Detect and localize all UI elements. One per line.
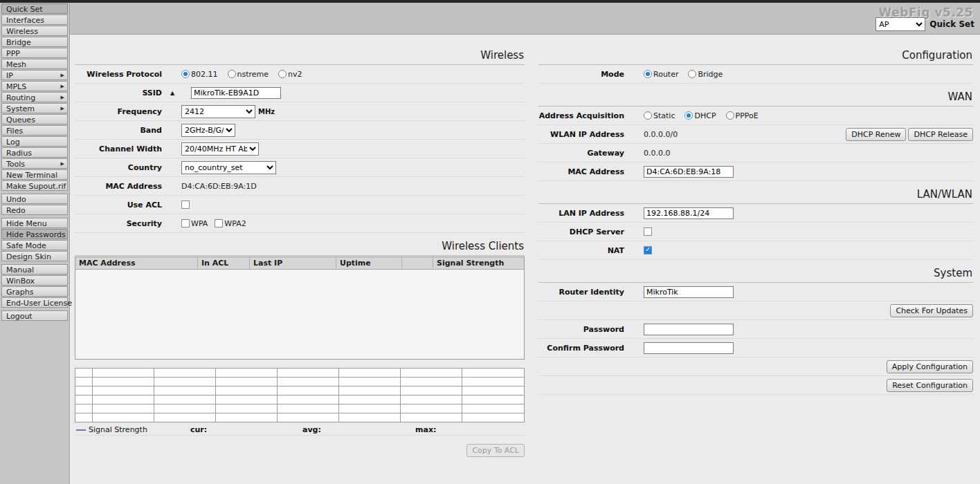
dhcp-renew-button[interactable]: DHCP Renew: [846, 128, 906, 141]
radio-option-bridge[interactable]: Bridge: [688, 70, 723, 79]
radio-option-80211[interactable]: 802.11: [181, 70, 218, 79]
sidebar-item-routing[interactable]: Routing▶: [1, 92, 68, 102]
checkbox-icon: [215, 219, 223, 227]
sidebar-item-tools[interactable]: Tools▶: [1, 158, 68, 169]
confirm-password-row: Confirm Password: [538, 339, 973, 357]
ssid-label: SSID: [75, 89, 162, 97]
section-title-system: System: [538, 260, 973, 283]
radio-option-nstreme[interactable]: nstreme: [228, 70, 269, 79]
sidebar-item-label: IP: [6, 71, 13, 80]
band-row: Band 2GHz-B/G/N: [75, 121, 525, 140]
sidebar-item-end-user-license[interactable]: End-User License: [1, 297, 68, 308]
quickset-mode-select[interactable]: AP: [875, 17, 925, 31]
sidebar-item-logout[interactable]: Logout: [1, 310, 68, 321]
sidebar-item-undo[interactable]: Undo: [1, 194, 68, 204]
clients-column-header: In ACL: [198, 257, 250, 269]
radio-icon: [644, 70, 652, 78]
channel-width-select[interactable]: 20/40MHz HT Above: [181, 142, 259, 156]
frequency-select[interactable]: 2412: [181, 105, 255, 118]
frequency-row: Frequency 2412 MHz: [75, 102, 525, 121]
sidebar-item-log[interactable]: Log: [1, 136, 68, 147]
sidebar-item-new-terminal[interactable]: New Terminal: [1, 169, 68, 180]
sidebar-item-radius[interactable]: Radius: [1, 147, 68, 158]
sidebar-item-label: Make Supout.rif: [6, 182, 66, 191]
sidebar-item-redo[interactable]: Redo: [1, 205, 68, 215]
sidebar-item-interfaces[interactable]: Interfaces: [1, 15, 68, 25]
sidebar-item-queues[interactable]: Queues: [1, 114, 68, 124]
sidebar-item-bridge[interactable]: Bridge: [1, 37, 68, 47]
checkbox-option-label: WPA2: [224, 219, 246, 228]
header: WebFig v5.25 AP Quick Set: [70, 3, 980, 35]
router-identity-input[interactable]: [644, 286, 734, 298]
confirm-password-input[interactable]: [644, 342, 734, 354]
chart-legend: Signal Strength cur: avg: max:: [75, 424, 525, 436]
radio-icon: [688, 70, 696, 78]
wpa-checkbox-option[interactable]: WPA: [181, 219, 208, 228]
nat-checkbox[interactable]: [644, 246, 652, 254]
check-for-updates-button[interactable]: Check For Updates: [890, 304, 973, 317]
sidebar-item-files[interactable]: Files: [1, 125, 68, 136]
wireless-protocol-label: Wireless Protocol: [75, 70, 162, 79]
reset-configuration-button[interactable]: Reset Configuration: [887, 379, 973, 392]
sidebar-item-label: Manual: [6, 266, 34, 274]
use-acl-checkbox[interactable]: [181, 201, 190, 209]
gateway-label: Gateway: [538, 149, 624, 158]
radio-option-static[interactable]: Static: [644, 111, 675, 120]
sidebar-item-label: Hide Menu: [6, 219, 47, 228]
sidebar-item-winbox[interactable]: WinBox: [1, 275, 68, 286]
radio-option-nv2[interactable]: nv2: [278, 70, 302, 79]
wireless-mac-value: D4:CA:6D:EB:9A:1D: [181, 182, 257, 191]
sidebar-item-system[interactable]: System▶: [1, 103, 68, 113]
sidebar-item-mesh[interactable]: Mesh: [1, 59, 68, 69]
wan-mac-input[interactable]: [644, 166, 734, 178]
lan-ip-input[interactable]: [644, 207, 734, 219]
radio-option-pppoe[interactable]: PPPoE: [726, 111, 759, 120]
apply-configuration-button[interactable]: Apply Configuration: [887, 360, 973, 373]
collapse-arrow-icon[interactable]: ▲: [170, 90, 181, 96]
sidebar-item-design-skin[interactable]: Design Skin: [1, 251, 68, 261]
ssid-input[interactable]: [191, 87, 281, 99]
sidebar-item-hide-passwords[interactable]: Hide Passwords: [1, 229, 68, 239]
dhcp-server-checkbox[interactable]: [644, 227, 652, 236]
sidebar-item-make-supout-rif[interactable]: Make Supout.rif: [1, 180, 68, 191]
signal-strength-chart: Signal Strength cur: avg: max: Copy To A…: [75, 368, 525, 457]
clients-column-header: Last IP: [250, 257, 336, 269]
clients-column-header: [402, 257, 433, 269]
reset-configuration-row: Reset Configuration: [538, 376, 973, 395]
radio-option-label: Router: [653, 70, 678, 79]
submenu-arrow-icon: ▶: [61, 104, 64, 113]
sidebar-item-safe-mode[interactable]: Safe Mode: [1, 240, 68, 250]
sidebar-item-manual[interactable]: Manual: [1, 264, 68, 274]
country-select[interactable]: no_country_set: [181, 161, 276, 174]
radio-option-router[interactable]: Router: [644, 70, 678, 79]
page-title: Quick Set: [929, 19, 974, 29]
sidebar-item-wireless[interactable]: Wireless: [1, 26, 68, 36]
sidebar-item-quick-set[interactable]: Quick Set: [1, 3, 68, 14]
copy-to-acl-button[interactable]: Copy To ACL: [466, 444, 525, 457]
wireless-protocol-row: Wireless Protocol 802.11 nstreme nv2: [75, 65, 525, 84]
radio-option-dhcp[interactable]: DHCP: [684, 111, 716, 120]
wireless-panel: Wireless Wireless Protocol 802.11 nstrem…: [75, 48, 525, 457]
wpa2-checkbox-option[interactable]: WPA2: [215, 219, 246, 228]
sidebar-item-graphs[interactable]: Graphs: [1, 286, 68, 297]
checkbox-option-label: WPA: [191, 219, 208, 228]
sidebar-item-label: Tools: [6, 160, 25, 169]
sidebar-item-label: Safe Mode: [6, 241, 46, 250]
password-input[interactable]: [644, 324, 734, 335]
dhcp-release-button[interactable]: DHCP Release: [908, 128, 973, 141]
router-identity-label: Router Identity: [538, 288, 624, 297]
sidebar-item-ppp[interactable]: PPP: [1, 48, 68, 58]
wlan-ip-row: WLAN IP Address 0.0.0.0/0 DHCP Renew DHC…: [538, 125, 973, 144]
address-acquisition-row: Address Acquisition Static DHCP PPPoE: [538, 106, 973, 125]
security-row: Security WPA WPA2: [75, 214, 525, 233]
band-select[interactable]: 2GHz-B/G/N: [181, 124, 235, 137]
sidebar-item-mpls[interactable]: MPLS▶: [1, 81, 68, 91]
frequency-label: Frequency: [75, 107, 162, 116]
submenu-arrow-icon: ▶: [61, 82, 64, 91]
sidebar-item-ip[interactable]: IP▶: [1, 70, 68, 80]
sidebar-item-label: Queues: [6, 115, 35, 124]
sidebar-item-hide-menu[interactable]: Hide Menu: [1, 218, 68, 228]
radio-icon: [278, 70, 287, 78]
wlan-ip-label: WLAN IP Address: [538, 130, 624, 139]
radio-icon: [726, 111, 734, 120]
